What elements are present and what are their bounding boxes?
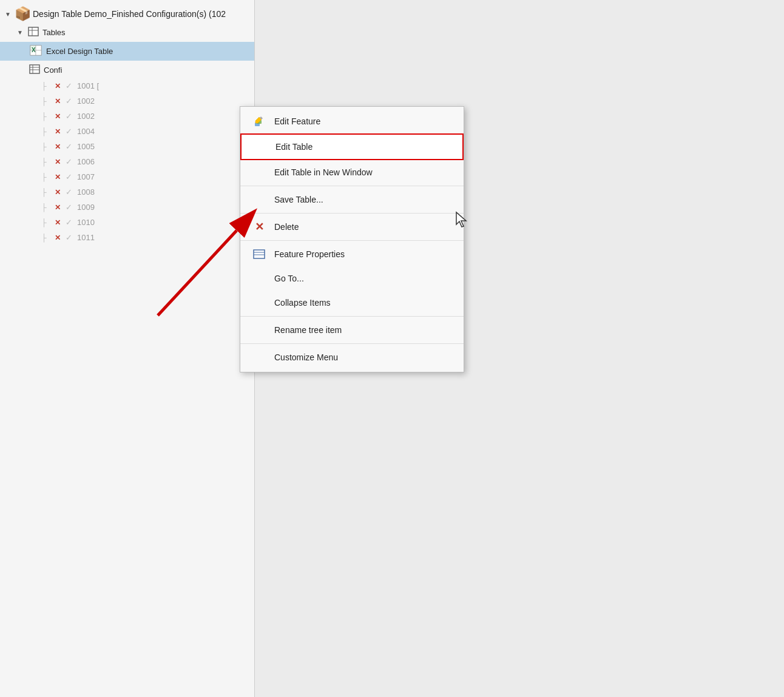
row-check-icon: ✓	[66, 96, 72, 106]
row-check-icon: ✓	[66, 233, 72, 242]
menu-separator	[240, 186, 464, 186]
menu-item-label: Feature Properties	[274, 249, 345, 259]
svg-text:X: X	[32, 47, 36, 53]
row-number: 1010	[77, 218, 95, 227]
menu-item-edit-table[interactable]: Edit Table	[240, 133, 464, 160]
menu-spacer-icon	[254, 140, 267, 153]
row-check-icon: ✓	[66, 81, 72, 90]
row-number: 1001 [	[77, 81, 99, 90]
menu-spacer-icon	[252, 166, 266, 179]
row-number: 1007	[77, 172, 95, 181]
svg-rect-7	[36, 50, 41, 55]
row-branch-icon: ├	[41, 127, 50, 136]
tables-toggle[interactable]: ▼	[17, 29, 24, 36]
menu-item-label: Collapse Items	[274, 298, 331, 308]
package-icon: 📦	[16, 7, 29, 21]
row-branch-icon: ├	[41, 82, 50, 90]
svg-rect-9	[30, 65, 39, 73]
menu-item-customize-menu[interactable]: Customize Menu	[240, 345, 464, 369]
menu-item-edit-table-new-window[interactable]: Edit Table in New Window	[240, 160, 464, 184]
row-x-icon: ✕	[55, 82, 61, 90]
menu-item-label: Go To...	[274, 274, 304, 283]
menu-spacer-icon	[252, 296, 266, 309]
tree-row-item[interactable]: ├ ✕ ✓ 1008	[0, 184, 254, 200]
tree-row-item[interactable]: ├ ✕ ✓ 1005	[0, 139, 254, 154]
collapse-toggle[interactable]: ▼	[5, 11, 12, 18]
tree-row-item[interactable]: ├ ✕ ✓ 1009	[0, 200, 254, 215]
context-menu: Edit Feature Edit Table Edit Table in Ne…	[240, 106, 464, 372]
row-x-icon: ✕	[55, 203, 61, 212]
menu-item-feature-properties[interactable]: Feature Properties	[240, 242, 464, 266]
row-number: 1009	[77, 203, 95, 212]
row-check-icon: ✓	[66, 187, 72, 197]
tree-row-item[interactable]: ├ ✕ ✓ 1011	[0, 230, 254, 245]
row-branch-icon: ├	[41, 97, 50, 106]
row-x-icon: ✕	[55, 158, 61, 166]
row-check-icon: ✓	[66, 127, 72, 136]
tree-row-item[interactable]: ├ ✕ ✓ 1007	[0, 169, 254, 184]
menu-separator	[240, 213, 464, 214]
config-icon	[29, 64, 40, 76]
menu-spacer-icon	[252, 323, 266, 337]
row-check-icon: ✓	[66, 203, 72, 212]
row-x-icon: ✕	[55, 218, 61, 227]
row-branch-icon: ├	[41, 173, 50, 181]
tree-row-item[interactable]: ├ ✕ ✓ 1002	[0, 93, 254, 109]
feature-properties-icon	[252, 247, 266, 261]
svg-rect-15	[254, 250, 265, 258]
menu-item-label: Edit Table in New Window	[274, 167, 373, 177]
menu-item-delete[interactable]: ✕ Delete	[240, 215, 464, 239]
menu-item-label: Save Table...	[274, 195, 323, 204]
row-branch-icon: ├	[41, 188, 50, 197]
tree-row-item[interactable]: ├ ✕ ✓ 1006	[0, 154, 254, 169]
row-branch-icon: ├	[41, 112, 50, 121]
excel-icon: X	[29, 44, 42, 58]
config-node-item[interactable]: Confi	[0, 62, 254, 78]
tables-icon	[28, 27, 39, 38]
row-branch-icon: ├	[41, 203, 50, 212]
row-number: 1002	[77, 112, 95, 121]
row-x-icon: ✕	[55, 97, 61, 106]
config-label: Confi	[44, 66, 62, 75]
row-number: 1004	[77, 127, 95, 136]
row-branch-icon: ├	[41, 218, 50, 227]
row-branch-icon: ├	[41, 158, 50, 166]
tree-tables-node[interactable]: ▼ Tables	[0, 24, 254, 41]
menu-separator	[240, 343, 464, 344]
svg-rect-0	[29, 27, 38, 36]
menu-item-go-to[interactable]: Go To...	[240, 266, 464, 291]
menu-spacer-icon	[252, 272, 266, 285]
row-number: 1011	[77, 233, 95, 242]
row-x-icon: ✕	[55, 234, 61, 242]
menu-item-rename-tree-item[interactable]: Rename tree item	[240, 318, 464, 342]
delete-icon: ✕	[252, 220, 266, 234]
menu-item-label: Rename tree item	[274, 325, 342, 335]
menu-item-save-table[interactable]: Save Table...	[240, 187, 464, 212]
row-number: 1002	[77, 96, 95, 106]
row-check-icon: ✓	[66, 142, 72, 151]
menu-separator	[240, 316, 464, 317]
excel-design-table-label: Excel Design Table	[46, 47, 113, 56]
menu-item-collapse-items[interactable]: Collapse Items	[240, 291, 464, 315]
row-x-icon: ✕	[55, 173, 61, 181]
row-number: 1005	[77, 142, 95, 151]
tree-row-item[interactable]: ├ ✕ ✓ 1001 [	[0, 78, 254, 93]
row-x-icon: ✕	[55, 143, 61, 151]
tree-root-item[interactable]: ▼ 📦 Design Table Demo_Finished Configura…	[0, 0, 254, 23]
excel-design-table-item[interactable]: X Excel Design Table	[0, 42, 254, 61]
tree-row-item[interactable]: ├ ✕ ✓ 1002	[0, 109, 254, 124]
tree-rows-container: ├ ✕ ✓ 1001 [ ├ ✕ ✓ 1002 ├ ✕ ✓ 1002 ├ ✕ ✓…	[0, 78, 254, 245]
row-branch-icon: ├	[41, 143, 50, 151]
root-label: Design Table Demo_Finished Configuration…	[33, 9, 226, 19]
row-check-icon: ✓	[66, 172, 72, 181]
row-check-icon: ✓	[66, 112, 72, 121]
row-number: 1006	[77, 157, 95, 166]
tree-row-item[interactable]: ├ ✕ ✓ 1004	[0, 124, 254, 139]
menu-item-edit-feature[interactable]: Edit Feature	[240, 109, 464, 133]
tree-panel: ▼ 📦 Design Table Demo_Finished Configura…	[0, 0, 255, 697]
tree-row-item[interactable]: ├ ✕ ✓ 1010	[0, 215, 254, 230]
tables-label: Tables	[42, 28, 66, 37]
row-x-icon: ✕	[55, 112, 61, 121]
menu-item-label: Edit Table	[275, 142, 313, 152]
menu-separator	[240, 240, 464, 241]
